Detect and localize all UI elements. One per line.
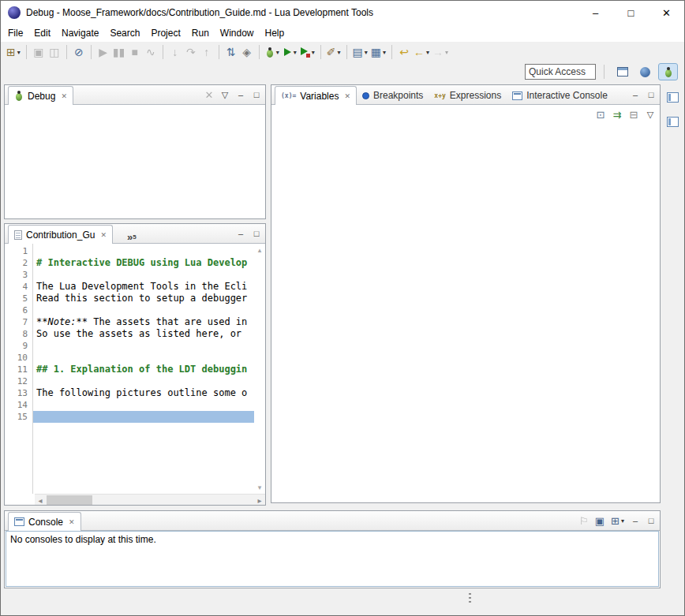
- run-button[interactable]: ▾: [281, 43, 298, 61]
- editor-tabbar: Contribution_Gu ✕ »5 ‒□: [5, 224, 265, 244]
- quick-access-input[interactable]: [525, 64, 596, 80]
- code-text: # Interactive DEBUG using Lua Develop: [36, 257, 247, 268]
- minimize-view-button[interactable]: ‒: [236, 229, 245, 238]
- close-tab-icon[interactable]: ✕: [69, 518, 75, 526]
- show-type-names-button[interactable]: ⊡: [596, 110, 605, 120]
- dropdown-caret-icon[interactable]: ▾: [276, 49, 279, 56]
- minimize-view-button[interactable]: ‒: [631, 516, 640, 525]
- external-tools-button[interactable]: ▾: [298, 43, 316, 61]
- code-line[interactable]: [33, 340, 254, 352]
- code-line[interactable]: [33, 411, 254, 423]
- view-menu-button[interactable]: ▽: [646, 110, 655, 120]
- close-button[interactable]: ✕: [649, 1, 684, 24]
- menu-window[interactable]: Window: [215, 25, 260, 41]
- new-lua-file-button[interactable]: ▤▾: [351, 43, 369, 61]
- maximize-view-button[interactable]: □: [646, 516, 656, 525]
- open-lua-element-button[interactable]: ✐▾: [325, 43, 342, 61]
- debug-options-button[interactable]: ◈: [239, 43, 255, 61]
- last-edit-location-button[interactable]: ↩: [396, 43, 412, 61]
- dropdown-caret-icon[interactable]: ▾: [294, 49, 297, 56]
- dropdown-caret-icon[interactable]: ▾: [17, 49, 21, 56]
- debug-button[interactable]: ▾: [264, 43, 281, 61]
- skip-all-breakpoints-button[interactable]: ⊘: [71, 43, 87, 61]
- dropdown-caret-icon[interactable]: ▾: [445, 49, 448, 56]
- tab-contribution-guide[interactable]: Contribution_Gu ✕: [8, 225, 113, 244]
- code-line[interactable]: [33, 304, 254, 316]
- tab-debug[interactable]: Debug ✕: [8, 86, 73, 105]
- tab-console[interactable]: Console ✕: [8, 512, 81, 531]
- line-number-ruler[interactable]: 123456789101112131415: [5, 244, 33, 494]
- dropdown-caret-icon[interactable]: ▾: [312, 49, 315, 56]
- code-line[interactable]: **Note:** The assets that are used in: [33, 316, 254, 328]
- menu-navigate[interactable]: Navigate: [56, 25, 104, 41]
- use-step-filters-button[interactable]: ⇅: [223, 43, 239, 61]
- code-line[interactable]: [33, 352, 254, 364]
- menu-file[interactable]: File: [2, 25, 28, 41]
- pin-console-icon: ⚐: [579, 516, 589, 526]
- editor-horizontal-scrollbar[interactable]: ◂ ▸: [35, 494, 265, 505]
- scroll-thumb[interactable]: [47, 495, 92, 505]
- hidden-editors-chevron[interactable]: »5: [124, 226, 140, 243]
- sash-handle[interactable]: [469, 593, 471, 605]
- window-title: Debug - Moose_Framework/docs/Contributio…: [26, 7, 373, 18]
- code-line[interactable]: [33, 269, 254, 281]
- code-line[interactable]: The following pictures outline some o: [33, 387, 254, 399]
- dropdown-caret-icon[interactable]: ▾: [426, 49, 429, 56]
- code-line[interactable]: So use the assets as listed here, or: [33, 328, 254, 340]
- editor-vertical-scrollbar[interactable]: ▴ ▾: [254, 244, 265, 494]
- open-console-button[interactable]: ⊞▾: [611, 516, 624, 526]
- maximize-view-button[interactable]: □: [646, 90, 656, 99]
- new-wizard-button[interactable]: ⊞▾: [5, 43, 22, 61]
- back-button[interactable]: ←▾: [412, 43, 431, 61]
- save-icon: ▣: [33, 47, 43, 58]
- restore-minimized-view-1-button[interactable]: [664, 89, 681, 105]
- debug-tabbar: Debug ✕ ✕▽‒□: [5, 85, 265, 105]
- scroll-down-icon[interactable]: ▾: [258, 483, 262, 491]
- maximize-button[interactable]: □: [613, 1, 649, 24]
- code-line[interactable]: The Lua Development Tools in the Ecli: [33, 281, 254, 293]
- tab-expressions[interactable]: x+yExpressions: [429, 87, 507, 104]
- code-line[interactable]: [33, 245, 254, 257]
- lua-perspective-button[interactable]: [635, 63, 655, 80]
- menu-search[interactable]: Search: [104, 25, 145, 41]
- open-perspective-button[interactable]: [612, 63, 632, 80]
- code-line[interactable]: [33, 375, 254, 387]
- minimize-view-button[interactable]: ‒: [631, 90, 640, 99]
- tab-interactive-console[interactable]: Interactive Console: [507, 87, 613, 104]
- restore-minimized-view-2-button[interactable]: [664, 114, 681, 129]
- show-logical-structures-button[interactable]: ⇉: [612, 110, 622, 120]
- menu-run[interactable]: Run: [186, 25, 215, 41]
- code-area[interactable]: # Interactive DEBUG using Lua DevelopThe…: [33, 244, 254, 494]
- tab-breakpoints[interactable]: Breakpoints: [357, 87, 429, 104]
- close-tab-icon[interactable]: ✕: [100, 231, 107, 239]
- view-menu-button[interactable]: ▽: [220, 90, 230, 100]
- code-line[interactable]: Read this section to setup a debugger: [33, 293, 254, 304]
- dropdown-caret-icon[interactable]: ▾: [383, 49, 386, 56]
- code-line[interactable]: # Interactive DEBUG using Lua Develop: [33, 257, 254, 269]
- minimize-button[interactable]: –: [578, 1, 613, 24]
- code-line[interactable]: ## 1. Explanation of the LDT debuggin: [33, 364, 254, 375]
- save-button: ▣: [31, 43, 47, 61]
- display-selected-console-button[interactable]: ▣: [595, 516, 605, 526]
- dropdown-caret-icon[interactable]: ▾: [621, 517, 624, 525]
- new-lua-project-button[interactable]: ▦▾: [369, 43, 387, 61]
- close-tab-icon[interactable]: ✕: [344, 92, 350, 100]
- menu-project[interactable]: Project: [145, 25, 185, 41]
- minimize-view-button[interactable]: ‒: [236, 90, 245, 99]
- menu-help[interactable]: Help: [260, 25, 290, 41]
- maximize-view-button[interactable]: □: [252, 90, 261, 99]
- tab-label: Console: [28, 517, 63, 528]
- step-return-icon: ↑: [204, 47, 209, 58]
- code-line[interactable]: [33, 399, 254, 411]
- menu-edit[interactable]: Edit: [28, 25, 56, 41]
- maximize-view-button[interactable]: □: [252, 229, 261, 238]
- dropdown-caret-icon[interactable]: ▾: [338, 49, 341, 56]
- scroll-up-icon[interactable]: ▴: [258, 246, 262, 254]
- tab-variables[interactable]: (x)=Variables✕: [275, 86, 357, 105]
- scroll-left-icon[interactable]: ◂: [35, 495, 46, 506]
- scroll-right-icon[interactable]: ▸: [254, 495, 265, 506]
- dropdown-caret-icon[interactable]: ▾: [365, 49, 368, 56]
- close-tab-icon[interactable]: ✕: [61, 92, 67, 100]
- debug-perspective-button[interactable]: [658, 63, 678, 80]
- collapse-all-button[interactable]: ⊟: [629, 110, 638, 120]
